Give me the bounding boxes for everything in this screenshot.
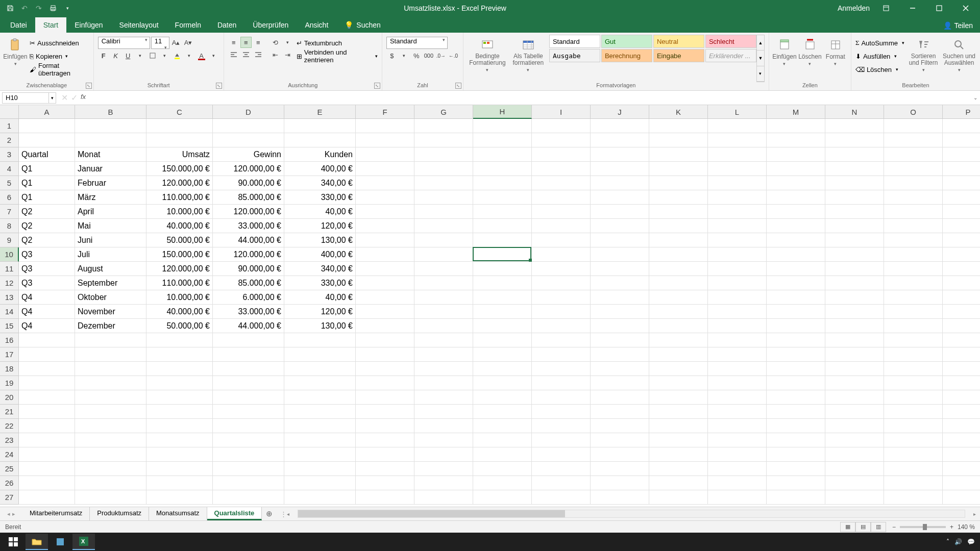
cell-A20[interactable] <box>19 390 75 405</box>
cell-P22[interactable] <box>943 419 980 433</box>
minimize-icon[interactable] <box>902 1 923 15</box>
cell-H20[interactable] <box>473 390 532 405</box>
fill-button[interactable]: ⬇Ausfüllen▾ <box>855 50 904 62</box>
cell-C1[interactable] <box>146 119 213 133</box>
tray-chevron-icon[interactable]: ˄ <box>946 538 949 545</box>
column-header-D[interactable]: D <box>213 105 284 119</box>
cell-B26[interactable] <box>75 476 146 490</box>
cell-G9[interactable] <box>414 233 473 247</box>
cell-D24[interactable] <box>213 447 284 462</box>
sheet-nav-prev-icon[interactable]: ▸ <box>12 511 15 517</box>
ribbon-tab-daten[interactable]: Daten <box>209 17 244 33</box>
cell-L26[interactable] <box>708 476 767 490</box>
cell-B15[interactable]: Dezember <box>75 319 146 333</box>
cell-I25[interactable] <box>532 462 591 476</box>
align-center-icon[interactable] <box>240 49 252 60</box>
currency-icon[interactable]: $ <box>386 50 398 61</box>
row-header-4[interactable]: 4 <box>0 162 19 176</box>
cell-A5[interactable]: Q1 <box>19 176 75 190</box>
cell-D16[interactable] <box>213 333 284 347</box>
row-header-16[interactable]: 16 <box>0 333 19 347</box>
cell-A12[interactable]: Q3 <box>19 276 75 290</box>
cell-G18[interactable] <box>414 362 473 376</box>
italic-button[interactable]: K <box>110 50 121 61</box>
column-header-P[interactable]: P <box>943 105 980 119</box>
format-cells-button[interactable]: Format▾ <box>824 35 847 82</box>
cell-K1[interactable] <box>649 119 708 133</box>
cell-I6[interactable] <box>532 190 591 205</box>
column-header-B[interactable]: B <box>75 105 146 119</box>
cell-I13[interactable] <box>532 290 591 305</box>
cell-K21[interactable] <box>649 405 708 419</box>
cell-M1[interactable] <box>767 119 825 133</box>
cell-I21[interactable] <box>532 405 591 419</box>
column-header-F[interactable]: F <box>356 105 414 119</box>
cell-G27[interactable] <box>414 490 473 505</box>
cell-style-7[interactable]: Erklärender ... <box>705 49 756 62</box>
cell-N4[interactable] <box>825 162 884 176</box>
cell-L27[interactable] <box>708 490 767 505</box>
cell-A27[interactable] <box>19 490 75 505</box>
row-header-7[interactable]: 7 <box>0 205 19 219</box>
cell-A11[interactable]: Q3 <box>19 262 75 276</box>
cell-C22[interactable] <box>146 419 213 433</box>
cell-M27[interactable] <box>767 490 825 505</box>
cell-L20[interactable] <box>708 390 767 405</box>
cell-A25[interactable] <box>19 462 75 476</box>
cell-O18[interactable] <box>884 362 943 376</box>
cell-M20[interactable] <box>767 390 825 405</box>
cell-B21[interactable] <box>75 405 146 419</box>
cell-E1[interactable] <box>284 119 356 133</box>
cell-O12[interactable] <box>884 276 943 290</box>
sheet-nav-first-icon[interactable]: ◂ <box>7 511 10 517</box>
cell-P27[interactable] <box>943 490 980 505</box>
paste-button[interactable]: Einfügen ▾ <box>4 35 27 82</box>
cell-A4[interactable]: Q1 <box>19 162 75 176</box>
cell-C13[interactable]: 10.000,00 € <box>146 290 213 305</box>
cell-J25[interactable] <box>591 462 649 476</box>
cell-L18[interactable] <box>708 362 767 376</box>
cell-H2[interactable] <box>473 133 532 147</box>
cell-B13[interactable]: Oktober <box>75 290 146 305</box>
cell-E5[interactable]: 340,00 € <box>284 176 356 190</box>
cell-B18[interactable] <box>75 362 146 376</box>
cell-J10[interactable] <box>591 247 649 262</box>
cell-J4[interactable] <box>591 162 649 176</box>
cell-I26[interactable] <box>532 476 591 490</box>
column-header-C[interactable]: C <box>146 105 213 119</box>
font-color-button[interactable]: A <box>196 50 207 61</box>
column-header-K[interactable]: K <box>649 105 708 119</box>
cell-J6[interactable] <box>591 190 649 205</box>
cell-B6[interactable]: März <box>75 190 146 205</box>
cell-K7[interactable] <box>649 205 708 219</box>
cell-K2[interactable] <box>649 133 708 147</box>
cell-H13[interactable] <box>473 290 532 305</box>
cell-H6[interactable] <box>473 190 532 205</box>
cell-A13[interactable]: Q4 <box>19 290 75 305</box>
cell-O11[interactable] <box>884 262 943 276</box>
wrap-text-button[interactable]: ↵Textumbruch <box>297 37 378 49</box>
column-header-I[interactable]: I <box>532 105 591 119</box>
cell-E2[interactable] <box>284 133 356 147</box>
cell-K4[interactable] <box>649 162 708 176</box>
cell-style-2[interactable]: Neutral <box>653 35 704 48</box>
cancel-formula-icon[interactable]: ✕ <box>61 93 68 103</box>
column-header-N[interactable]: N <box>825 105 884 119</box>
cell-N6[interactable] <box>825 190 884 205</box>
find-select-button[interactable]: Suchen und Auswählen▾ <box>942 35 976 82</box>
cell-M5[interactable] <box>767 176 825 190</box>
cell-P14[interactable] <box>943 305 980 319</box>
cell-G10[interactable] <box>414 247 473 262</box>
column-header-H[interactable]: H <box>473 105 532 119</box>
cell-P15[interactable] <box>943 319 980 333</box>
cell-J20[interactable] <box>591 390 649 405</box>
clear-button[interactable]: ⌫Löschen▾ <box>855 63 904 76</box>
grow-font-icon[interactable]: A▴ <box>170 37 182 48</box>
cell-A8[interactable]: Q2 <box>19 219 75 233</box>
cell-H21[interactable] <box>473 405 532 419</box>
cell-L7[interactable] <box>708 205 767 219</box>
cell-K8[interactable] <box>649 219 708 233</box>
cell-E26[interactable] <box>284 476 356 490</box>
cell-A24[interactable] <box>19 447 75 462</box>
cell-M23[interactable] <box>767 433 825 447</box>
